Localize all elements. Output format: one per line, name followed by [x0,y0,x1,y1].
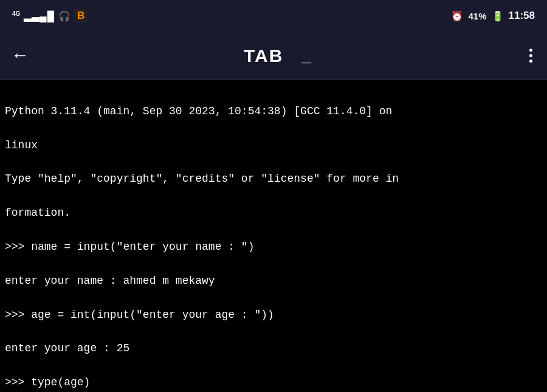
terminal-line: Type "help", "copyright", "credits" or "… [5,171,542,188]
terminal-line: >>> type(age) [5,374,542,391]
status-right: ⏰ 41% 🔋 11:58 [451,10,535,22]
status-left: 4G ▂▃▄█ 🎧 B [12,9,88,22]
terminal-line: enter your name : ahmed m mekawy [5,273,542,290]
battery-icon: 🔋 [492,10,504,22]
toolbar-right [529,49,532,63]
more-options-button[interactable] [529,49,532,63]
headphone-icon: 🎧 [58,10,71,22]
clock: 11:58 [509,10,535,22]
back-button[interactable]: ← [15,46,26,66]
alarm-icon: ⏰ [451,10,463,22]
toolbar-center: TAB _ [244,46,311,66]
app-b-icon: B [74,9,88,22]
dot1 [529,49,532,52]
tab-title: TAB [244,46,283,66]
battery-pct: 41% [468,11,486,21]
terminal-line: >>> age = int(input("enter your age : ")… [5,307,542,324]
status-bar: 4G ▂▃▄█ 🎧 B ⏰ 41% 🔋 11:58 [0,0,547,32]
minimize-button[interactable]: _ [301,46,311,66]
terminal-line: >>> name = input("enter your name : ") [5,239,542,256]
dot3 [529,60,532,63]
signal-icon: ▂▃▄█ [24,10,55,22]
terminal-line: enter your age : 25 [5,340,542,357]
terminal-line: linux [5,137,542,154]
dot2 [529,54,532,57]
terminal-line: Python 3.11.4 (main, Sep 30 2023, 10:54:… [5,103,542,120]
terminal-line: formation. [5,205,542,222]
toolbar: ← TAB _ [0,32,547,80]
network-label: 4G [12,10,20,21]
terminal-output[interactable]: Python 3.11.4 (main, Sep 30 2023, 10:54:… [0,80,547,392]
toolbar-left: ← [15,46,26,66]
